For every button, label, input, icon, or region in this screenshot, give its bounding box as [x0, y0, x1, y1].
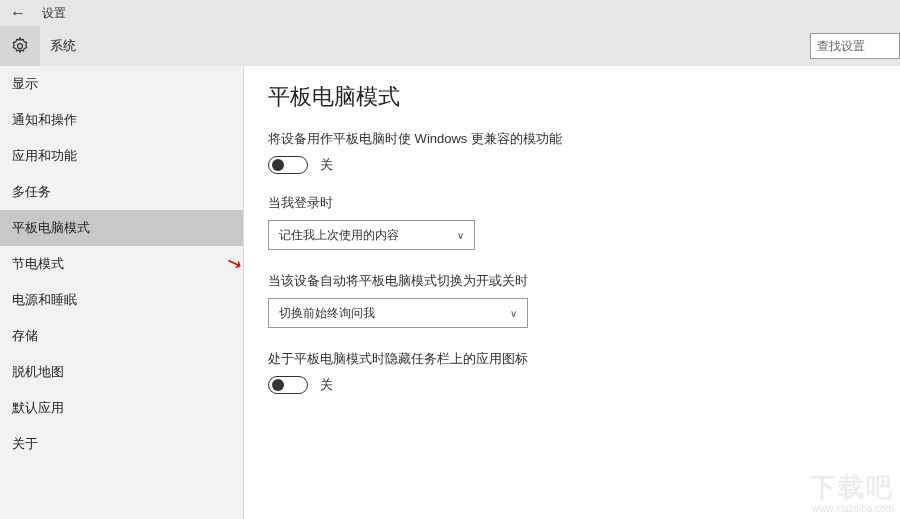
sidebar: 显示 通知和操作 应用和功能 多任务 平板电脑模式 节电模式 电源和睡眠 存储 … — [0, 66, 244, 519]
sidebar-item-power[interactable]: 电源和睡眠 — [0, 282, 243, 318]
page-title: 平板电脑模式 — [268, 82, 876, 112]
chevron-down-icon: ∨ — [510, 308, 517, 319]
setting2-label: 当我登录时 — [268, 194, 876, 212]
setting1-toggle-label: 关 — [320, 156, 333, 174]
setting4-toggle-label: 关 — [320, 376, 333, 394]
setting4-toggle[interactable] — [268, 376, 308, 394]
svg-point-0 — [18, 44, 23, 49]
sidebar-item-battery[interactable]: 节电模式 — [0, 246, 243, 282]
sidebar-item-apps[interactable]: 应用和功能 — [0, 138, 243, 174]
setting3-dropdown[interactable]: 切换前始终询问我 ∨ — [268, 298, 528, 328]
content-area: ↘ 平板电脑模式 将设备用作平板电脑时使 Windows 更兼容的模功能 关 当… — [244, 66, 900, 519]
setting1-toggle[interactable] — [268, 156, 308, 174]
sidebar-item-maps[interactable]: 脱机地图 — [0, 354, 243, 390]
setting3-label: 当该设备自动将平板电脑模式切换为开或关时 — [268, 272, 876, 290]
window-title: 设置 — [42, 5, 66, 22]
setting4-desc: 处于平板电脑模式时隐藏任务栏上的应用图标 — [268, 350, 876, 368]
search-input[interactable]: 查找设置 — [810, 33, 900, 59]
watermark: 下载吧 www.xiazaiba.com — [810, 472, 894, 515]
back-button[interactable]: ← — [10, 4, 26, 22]
chevron-down-icon: ∨ — [457, 230, 464, 241]
setting1-desc: 将设备用作平板电脑时使 Windows 更兼容的模功能 — [268, 130, 876, 148]
sidebar-item-notifications[interactable]: 通知和操作 — [0, 102, 243, 138]
setting2-dropdown[interactable]: 记住我上次使用的内容 ∨ — [268, 220, 475, 250]
header-system-label: 系统 — [50, 37, 76, 55]
sidebar-item-storage[interactable]: 存储 — [0, 318, 243, 354]
sidebar-item-about[interactable]: 关于 — [0, 426, 243, 462]
gear-icon — [0, 26, 40, 66]
sidebar-item-multitask[interactable]: 多任务 — [0, 174, 243, 210]
sidebar-item-tablet-mode[interactable]: 平板电脑模式 — [0, 210, 243, 246]
sidebar-item-defaultapps[interactable]: 默认应用 — [0, 390, 243, 426]
sidebar-item-display[interactable]: 显示 — [0, 66, 243, 102]
